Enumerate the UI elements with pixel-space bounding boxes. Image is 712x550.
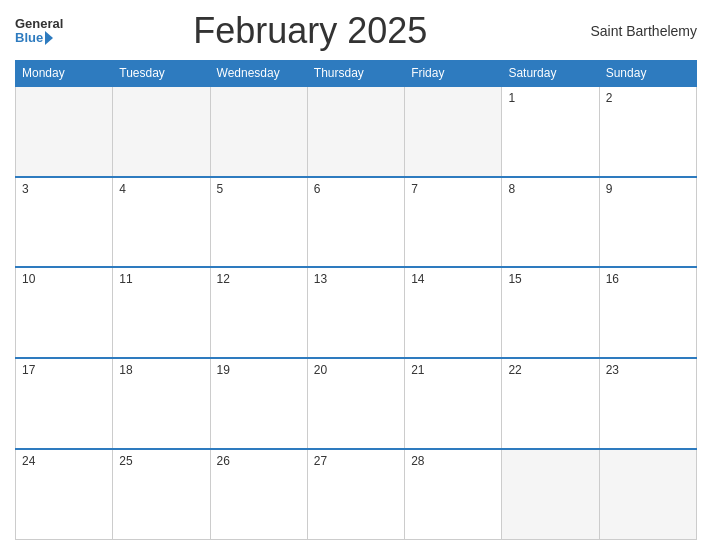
day-number: 28 [411, 454, 424, 468]
day-number: 4 [119, 182, 126, 196]
calendar-day-cell: 22 [502, 358, 599, 449]
day-number: 19 [217, 363, 230, 377]
calendar-week-row: 10111213141516 [16, 267, 697, 358]
calendar-day-cell [307, 86, 404, 177]
calendar-day-cell: 18 [113, 358, 210, 449]
day-number: 1 [508, 91, 515, 105]
day-number: 3 [22, 182, 29, 196]
day-number: 7 [411, 182, 418, 196]
calendar-day-cell [502, 449, 599, 540]
day-number: 17 [22, 363, 35, 377]
calendar-day-cell: 17 [16, 358, 113, 449]
calendar-day-cell: 16 [599, 267, 696, 358]
day-number: 24 [22, 454, 35, 468]
weekday-header-row: MondayTuesdayWednesdayThursdayFridaySatu… [16, 61, 697, 87]
calendar-day-cell: 1 [502, 86, 599, 177]
calendar-day-cell: 8 [502, 177, 599, 268]
calendar-day-cell: 12 [210, 267, 307, 358]
calendar-day-cell: 13 [307, 267, 404, 358]
calendar-day-cell [599, 449, 696, 540]
calendar-day-cell: 9 [599, 177, 696, 268]
day-number: 9 [606, 182, 613, 196]
weekday-header-friday: Friday [405, 61, 502, 87]
calendar-day-cell [405, 86, 502, 177]
day-number: 8 [508, 182, 515, 196]
day-number: 23 [606, 363, 619, 377]
calendar-day-cell: 7 [405, 177, 502, 268]
day-number: 25 [119, 454, 132, 468]
calendar-day-cell [210, 86, 307, 177]
logo-general-text: General [15, 17, 63, 31]
logo: General Blue [15, 17, 63, 46]
calendar-day-cell: 2 [599, 86, 696, 177]
day-number: 26 [217, 454, 230, 468]
calendar-day-cell: 3 [16, 177, 113, 268]
day-number: 16 [606, 272, 619, 286]
calendar-week-row: 12 [16, 86, 697, 177]
day-number: 10 [22, 272, 35, 286]
calendar-day-cell: 28 [405, 449, 502, 540]
day-number: 13 [314, 272, 327, 286]
calendar-day-cell: 27 [307, 449, 404, 540]
calendar-day-cell: 24 [16, 449, 113, 540]
day-number: 6 [314, 182, 321, 196]
calendar-table: MondayTuesdayWednesdayThursdayFridaySatu… [15, 60, 697, 540]
calendar-day-cell [113, 86, 210, 177]
day-number: 5 [217, 182, 224, 196]
calendar-day-cell: 26 [210, 449, 307, 540]
calendar-container: General Blue February 2025 Saint Barthel… [0, 0, 712, 550]
weekday-header-wednesday: Wednesday [210, 61, 307, 87]
day-number: 15 [508, 272, 521, 286]
calendar-day-cell: 14 [405, 267, 502, 358]
calendar-week-row: 2425262728 [16, 449, 697, 540]
weekday-header-tuesday: Tuesday [113, 61, 210, 87]
calendar-day-cell: 25 [113, 449, 210, 540]
calendar-day-cell: 6 [307, 177, 404, 268]
region-label: Saint Barthelemy [557, 23, 697, 39]
day-number: 2 [606, 91, 613, 105]
day-number: 12 [217, 272, 230, 286]
logo-blue-text: Blue [15, 31, 43, 45]
logo-triangle-icon [45, 31, 53, 45]
day-number: 22 [508, 363, 521, 377]
weekday-header-sunday: Sunday [599, 61, 696, 87]
day-number: 18 [119, 363, 132, 377]
day-number: 27 [314, 454, 327, 468]
calendar-week-row: 17181920212223 [16, 358, 697, 449]
calendar-day-cell: 15 [502, 267, 599, 358]
day-number: 14 [411, 272, 424, 286]
calendar-day-cell: 23 [599, 358, 696, 449]
calendar-day-cell: 11 [113, 267, 210, 358]
day-number: 11 [119, 272, 132, 286]
day-number: 20 [314, 363, 327, 377]
calendar-day-cell: 10 [16, 267, 113, 358]
calendar-day-cell: 4 [113, 177, 210, 268]
month-title: February 2025 [63, 10, 557, 52]
calendar-header: General Blue February 2025 Saint Barthel… [15, 10, 697, 52]
calendar-day-cell: 5 [210, 177, 307, 268]
calendar-day-cell: 19 [210, 358, 307, 449]
calendar-week-row: 3456789 [16, 177, 697, 268]
weekday-header-saturday: Saturday [502, 61, 599, 87]
day-number: 21 [411, 363, 424, 377]
calendar-day-cell: 21 [405, 358, 502, 449]
calendar-day-cell [16, 86, 113, 177]
weekday-header-monday: Monday [16, 61, 113, 87]
weekday-header-thursday: Thursday [307, 61, 404, 87]
calendar-day-cell: 20 [307, 358, 404, 449]
